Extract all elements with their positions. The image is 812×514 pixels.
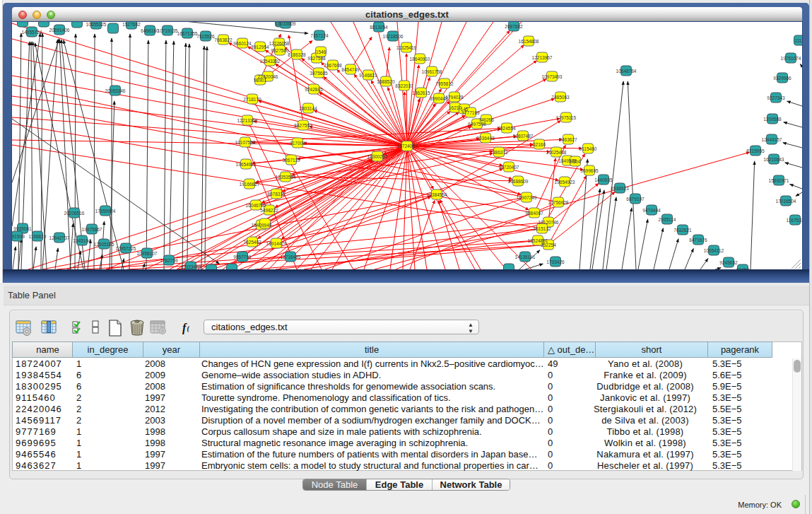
svg-text:7485063: 7485063 <box>551 95 570 100</box>
svg-text:3267110: 3267110 <box>283 158 300 163</box>
svg-text:16671355: 16671355 <box>177 31 198 36</box>
svg-text:10756928: 10756928 <box>548 200 569 205</box>
svg-text:9699695: 9699695 <box>580 168 599 173</box>
svg-text:5498222: 5498222 <box>260 208 278 213</box>
svg-text:98901: 98901 <box>254 78 266 83</box>
svg-text:10688609: 10688609 <box>508 179 529 184</box>
svg-text:16210643: 16210643 <box>764 157 784 162</box>
svg-text:8938923: 8938923 <box>611 186 629 191</box>
svg-text:9857791: 9857791 <box>233 255 252 259</box>
svg-text:991599: 991599 <box>12 234 25 239</box>
svg-text:7386372: 7386372 <box>490 150 508 155</box>
svg-text:2935114: 2935114 <box>659 217 676 222</box>
svg-text:10958107: 10958107 <box>137 251 158 256</box>
svg-text:10648784: 10648784 <box>616 69 637 74</box>
svg-text:10807487: 10807487 <box>513 134 534 139</box>
svg-text:7955812: 7955812 <box>435 81 454 86</box>
svg-text:9242845: 9242845 <box>305 87 323 92</box>
svg-text:9660124: 9660124 <box>233 41 252 46</box>
svg-text:9935061: 9935061 <box>13 226 32 231</box>
svg-text:9884067: 9884067 <box>525 211 543 216</box>
svg-text:12444157: 12444157 <box>762 137 782 142</box>
svg-text:12353594: 12353594 <box>276 175 296 180</box>
svg-text:8454749: 8454749 <box>341 67 360 72</box>
svg-text:746266: 746266 <box>478 117 494 122</box>
svg-text:1588520: 1588520 <box>377 79 395 84</box>
svg-text:19751074: 19751074 <box>781 56 801 61</box>
svg-text:1440935: 1440935 <box>594 177 613 182</box>
svg-text:8813054: 8813054 <box>370 25 388 30</box>
svg-text:9327508: 9327508 <box>307 56 326 61</box>
svg-text:6466160: 6466160 <box>141 28 159 33</box>
svg-text:17016504: 17016504 <box>776 199 796 204</box>
svg-text:9329966: 9329966 <box>773 76 792 81</box>
svg-text:6497508: 6497508 <box>468 122 486 127</box>
svg-text:20691406: 20691406 <box>49 28 70 33</box>
svg-text:16046755: 16046755 <box>246 203 266 208</box>
svg-text:19654925: 19654925 <box>236 162 257 167</box>
svg-text:18300295: 18300295 <box>367 154 388 159</box>
svg-text:16033809: 16033809 <box>276 22 296 26</box>
svg-text:14136141: 14136141 <box>515 255 536 259</box>
svg-text:8678332: 8678332 <box>267 192 286 197</box>
svg-text:3824554: 3824554 <box>498 126 516 131</box>
svg-text:12226058: 12226058 <box>269 41 290 46</box>
svg-text:10543382: 10543382 <box>260 59 281 64</box>
svg-text:1209588: 1209588 <box>763 117 782 122</box>
svg-text:62160: 62160 <box>533 142 546 147</box>
svg-text:19218506: 19218506 <box>383 34 404 39</box>
svg-text:1112: 1112 <box>794 38 802 43</box>
svg-text:252254: 252254 <box>541 243 556 247</box>
svg-text:2367608: 2367608 <box>324 63 342 68</box>
svg-text:10654112: 10654112 <box>704 248 724 253</box>
svg-text:8215955: 8215955 <box>746 148 765 153</box>
svg-text:10120746: 10120746 <box>539 220 559 225</box>
svg-text:19654923: 19654923 <box>555 180 575 185</box>
svg-text:1362615: 1362615 <box>412 90 430 95</box>
svg-text:8912954: 8912954 <box>251 45 269 49</box>
svg-text:(x): (x) <box>187 325 190 333</box>
svg-text:6794028: 6794028 <box>445 95 464 100</box>
svg-text:18640910: 18640910 <box>410 57 430 62</box>
svg-text:15716485: 15716485 <box>281 255 301 259</box>
svg-text:15409948: 15409948 <box>252 223 272 228</box>
svg-text:9474444: 9474444 <box>642 208 661 213</box>
svg-text:11325419: 11325419 <box>396 45 417 50</box>
svg-text:17359924: 17359924 <box>95 209 116 214</box>
svg-text:17957225: 17957225 <box>116 246 136 251</box>
svg-text:1167533: 1167533 <box>787 218 802 223</box>
svg-text:10025438: 10025438 <box>546 150 567 155</box>
svg-text:12942737: 12942737 <box>49 235 70 240</box>
svg-text:10107554: 10107554 <box>235 140 256 145</box>
svg-text:9327500: 9327500 <box>271 48 289 53</box>
svg-text:10655325: 10655325 <box>86 22 107 27</box>
svg-text:1733426: 1733426 <box>546 259 565 264</box>
svg-text:12975115: 12975115 <box>556 115 577 120</box>
svg-text:2087682: 2087682 <box>505 24 523 29</box>
svg-text:9146821: 9146821 <box>359 73 377 78</box>
svg-text:1615132: 1615132 <box>533 226 551 231</box>
svg-text:8471676: 8471676 <box>689 238 707 243</box>
svg-text:20053346: 20053346 <box>105 88 126 93</box>
svg-text:10973493: 10973493 <box>542 74 563 79</box>
svg-text:9777169: 9777169 <box>461 110 480 115</box>
svg-text:20206516: 20206516 <box>64 211 85 216</box>
svg-text:9115460: 9115460 <box>579 146 597 151</box>
svg-text:9245652: 9245652 <box>719 260 738 265</box>
svg-text:1345194: 1345194 <box>73 238 91 243</box>
svg-text:12323468: 12323468 <box>181 264 201 269</box>
svg-text:9227343: 9227343 <box>767 95 785 100</box>
svg-text:1156819: 1156819 <box>29 234 47 239</box>
svg-text:8186328: 8186328 <box>288 52 306 57</box>
svg-text:2718170: 2718170 <box>243 97 261 102</box>
svg-text:12213967: 12213967 <box>532 55 553 60</box>
svg-text:1782759: 1782759 <box>160 258 178 263</box>
svg-text:15892971: 15892971 <box>769 178 789 183</box>
svg-text:7663822: 7663822 <box>214 37 233 42</box>
svg-text:18907249: 18907249 <box>517 195 537 200</box>
svg-text:917004: 917004 <box>290 141 305 146</box>
svg-text:9804: 9804 <box>570 159 581 164</box>
svg-text:16914479: 16914479 <box>266 241 287 246</box>
svg-text:7632621: 7632621 <box>673 228 692 233</box>
svg-text:7357224: 7357224 <box>310 33 329 38</box>
